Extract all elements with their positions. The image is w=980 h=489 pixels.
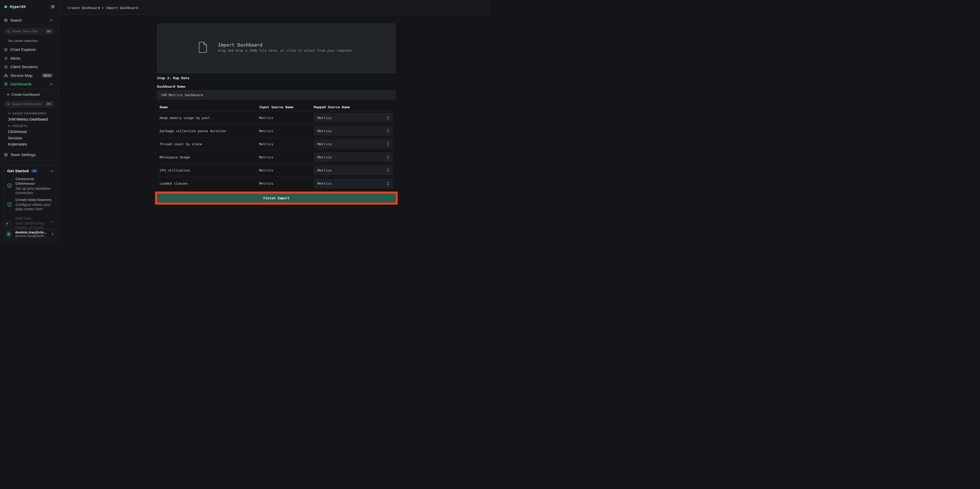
file-icon xyxy=(199,41,207,53)
row-input-source: Metrics xyxy=(259,169,313,172)
saved-dashboards-section-header[interactable]: SAVED DASHBOARDS xyxy=(0,111,59,115)
plus-icon xyxy=(7,93,9,96)
select-value: Metrics xyxy=(318,129,332,133)
finish-import-button[interactable]: Finish Import xyxy=(157,194,396,202)
presets-section-header[interactable]: PRESETS xyxy=(0,124,59,128)
section-title: PRESETS xyxy=(13,124,27,127)
sidebar-item-kubernetes[interactable]: Kubernetes xyxy=(8,142,57,147)
dropzone-subtitle: Drag and drop a JSON file here, or click… xyxy=(218,49,355,53)
row-name: Garbage collection pause duration xyxy=(157,129,259,133)
mapped-source-select[interactable]: Metrics xyxy=(314,126,393,135)
sidebar-item-jvm-metrics-dashboard[interactable]: JVM Metrics Dashboard xyxy=(8,116,57,122)
get-started-header[interactable]: Get Started 2/3 xyxy=(7,169,54,173)
mapped-source-select[interactable]: Metrics xyxy=(314,139,393,148)
section-title: SAVED DASHBOARDS xyxy=(13,112,46,115)
arrow-right-icon: → xyxy=(49,220,53,224)
row-input-source: Metrics xyxy=(259,155,313,159)
sidebar-item-label: Client Sessions xyxy=(10,65,38,69)
sidebar-item-client-sessions[interactable]: Client Sessions xyxy=(0,62,59,71)
row-input-source: Metrics xyxy=(259,142,313,146)
table-row: Metaspace Usage Metrics Metrics xyxy=(157,151,396,164)
chevron-right-icon xyxy=(52,233,54,236)
select-value: Metrics xyxy=(318,182,332,185)
service-map-icon xyxy=(4,74,8,77)
row-input-source: Metrics xyxy=(259,182,313,185)
sidebar-section-search[interactable]: Search xyxy=(0,16,59,24)
hyperdx-logo-icon xyxy=(4,5,8,8)
create-dashboard-button[interactable]: Create Dashboard xyxy=(0,92,59,97)
chevron-up-icon xyxy=(50,83,53,85)
get-started-item-title: Create Data Sources xyxy=(16,198,54,202)
sidebar-item-clickhouse[interactable]: ClickHouse xyxy=(8,129,57,134)
table-row: Loaded classes Metrics Metrics xyxy=(157,177,396,190)
beta-badge: BETA xyxy=(42,73,52,77)
select-carets-icon xyxy=(387,155,390,159)
mapped-source-select[interactable]: Metrics xyxy=(314,153,393,162)
chevron-down-icon xyxy=(8,113,11,115)
column-header-input-source: Input Source Name xyxy=(259,105,313,109)
saved-dashboards-input[interactable]: Saved Dashboards ⌘K xyxy=(4,101,55,107)
breadcrumb: Create Dashboard > Import Dashboard xyxy=(68,6,138,10)
mapped-source-select[interactable]: Metrics xyxy=(314,113,393,123)
sidebar-item-alerts[interactable]: Alerts xyxy=(0,54,59,63)
select-value: Metrics xyxy=(318,155,332,159)
sidebar-item-team-settings[interactable]: Team Settings xyxy=(0,150,59,159)
sidebar-item-services[interactable]: Services xyxy=(8,135,57,141)
sidebar-item-chart-explorer[interactable]: Chart Explorer xyxy=(0,45,59,54)
user-menu[interactable]: D dominic.tran@clic... dominic.tran@clic… xyxy=(4,229,56,239)
no-saved-searches-note: No saved searches xyxy=(8,39,38,43)
dashboards-grid-icon xyxy=(4,82,8,86)
get-started-item-desc: Start sending logs, metrics, or traces xyxy=(16,221,54,229)
saved-searches-placeholder: Saved Searches xyxy=(12,30,46,33)
saved-dashboards-placeholder: Saved Dashboards xyxy=(12,102,46,106)
table-header-row: Name Input Source Name Mapped Source Nam… xyxy=(157,103,396,111)
annotation-highlight: Finish Import xyxy=(155,191,398,205)
sidebar-item-label: Service Map xyxy=(10,73,32,78)
table-row: Garbage collection pause duration Metric… xyxy=(157,124,396,137)
get-started-item-connect[interactable]: Connect to ClickHouse Set up your databa… xyxy=(7,177,54,195)
sidebar-item-service-map[interactable]: Service Map BETA xyxy=(0,71,59,80)
sidebar-item-dashboards[interactable]: Dashboards xyxy=(0,80,59,88)
check-circle-icon xyxy=(7,202,12,207)
mapped-source-select[interactable]: Metrics xyxy=(314,166,393,175)
search-section-icon xyxy=(4,19,8,22)
get-started-item-title: Connect to ClickHouse xyxy=(16,177,54,186)
create-dashboard-label: Create Dashboard xyxy=(11,92,40,96)
sidebar: HyperDX Search Saved S xyxy=(0,0,59,244)
logo-row: HyperDX xyxy=(0,0,59,13)
chevron-up-icon xyxy=(50,19,53,21)
row-input-source: Metrics xyxy=(259,129,313,133)
bell-icon xyxy=(4,57,8,60)
mapping-table: Name Input Source Name Mapped Source Nam… xyxy=(157,103,396,190)
select-carets-icon xyxy=(387,182,390,186)
row-input-source: Metrics xyxy=(259,116,313,120)
get-started-item-add-data[interactable]: Add Data Start sending logs, metrics, or… xyxy=(7,216,54,229)
help-button[interactable]: ? xyxy=(4,221,10,227)
select-carets-icon xyxy=(387,116,390,120)
row-name: Heap memory usage by pool xyxy=(157,116,259,120)
table-row: Thread count by state Metrics Metrics xyxy=(157,137,396,151)
import-dropzone[interactable]: Import Dashboard Drag and drop a JSON fi… xyxy=(157,23,396,73)
row-name: CPU utilization xyxy=(157,169,259,172)
select-value: Metrics xyxy=(318,142,332,146)
select-carets-icon xyxy=(387,168,390,172)
get-started-title: Get Started xyxy=(7,169,29,173)
row-name: Thread count by state xyxy=(157,142,259,146)
saved-searches-input[interactable]: Saved Searches ⌘K xyxy=(4,28,55,35)
app-title: HyperDX xyxy=(10,4,26,9)
search-icon xyxy=(7,30,10,33)
divider xyxy=(0,88,59,89)
get-started-item-sources[interactable]: Create Data Sources Configure where your… xyxy=(7,198,54,211)
chart-explorer-icon xyxy=(4,48,8,51)
user-email: dominic.tran@clickh... xyxy=(15,234,52,238)
table-row: Heap memory usage by pool Metrics Metric… xyxy=(157,111,396,124)
search-icon xyxy=(7,102,10,106)
dashboard-name-input[interactable] xyxy=(157,90,396,99)
search-section-label: Search xyxy=(10,18,22,22)
get-started-card: Get Started 2/3 Connect to ClickHouse Se… xyxy=(4,165,56,229)
sidebar-collapse-icon[interactable] xyxy=(51,5,54,8)
chevron-up-icon xyxy=(51,170,54,172)
get-started-item-desc: Set up your database connection xyxy=(16,186,54,195)
mapped-source-select[interactable]: Metrics xyxy=(314,179,393,188)
row-name: Metaspace Usage xyxy=(157,155,259,159)
